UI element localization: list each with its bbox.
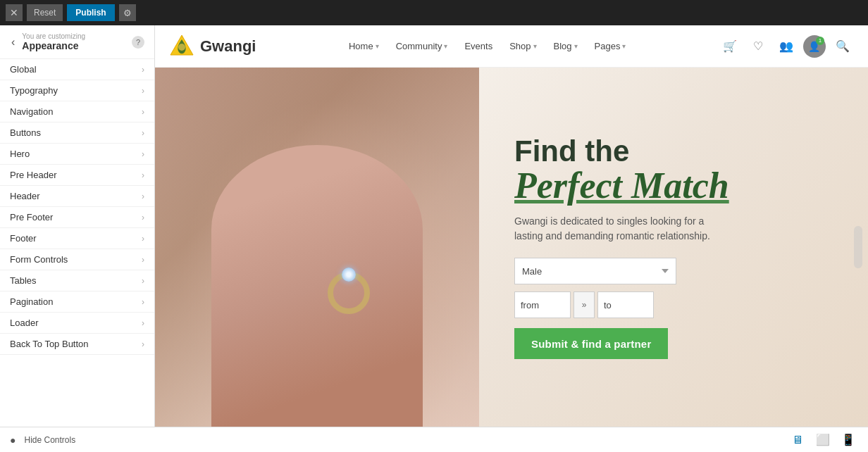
hide-controls-label[interactable]: Hide Controls bbox=[24, 435, 75, 445]
sidebar-item-label: Buttons bbox=[10, 127, 41, 138]
chevron-right-icon: › bbox=[142, 255, 144, 265]
sidebar: ‹ You are customizing Appearance ? Globa… bbox=[0, 25, 155, 427]
favorites-button[interactable]: ♡ bbox=[747, 35, 769, 58]
hero-description: Gwangi is dedicated to singles looking f… bbox=[514, 214, 733, 244]
sidebar-item-hero[interactable]: Hero› bbox=[0, 144, 154, 165]
hero-find-text: Find the bbox=[514, 135, 733, 168]
sidebar-item-label: Back To Top Button bbox=[10, 339, 89, 349]
chevron-right-icon: › bbox=[142, 234, 144, 244]
site-nav: Home ▾ Community ▾ Events Shop ▾ Blog ▾ … bbox=[342, 37, 633, 56]
nav-blog[interactable]: Blog ▾ bbox=[547, 37, 585, 56]
age-from-select[interactable]: from bbox=[514, 291, 571, 318]
submit-button[interactable]: Submit & find a partner bbox=[514, 328, 668, 359]
close-button[interactable]: ✕ bbox=[6, 4, 23, 21]
sidebar-item-buttons[interactable]: Buttons› bbox=[0, 123, 154, 144]
chevron-right-icon: › bbox=[142, 86, 144, 96]
hero-form: Male Female Any from » to bbox=[514, 258, 733, 359]
sidebar-item-label: Header bbox=[10, 191, 40, 201]
sidebar-item-label: Form Controls bbox=[10, 254, 68, 265]
chevron-down-icon: ▾ bbox=[574, 42, 578, 50]
chevron-down-icon: ▾ bbox=[533, 42, 537, 50]
sidebar-item-label: Global bbox=[10, 64, 37, 75]
sidebar-item-label: Pagination bbox=[10, 296, 53, 307]
nav-shop[interactable]: Shop ▾ bbox=[502, 37, 543, 56]
logo-name: Gwangi bbox=[200, 37, 256, 56]
cart-button[interactable]: 🛒 bbox=[719, 35, 741, 58]
chevron-down-icon: ▾ bbox=[622, 42, 626, 50]
site-logo[interactable]: Gwangi bbox=[169, 34, 256, 59]
sidebar-item-label: Tables bbox=[10, 275, 37, 286]
gear-icon[interactable]: ⚙ bbox=[119, 4, 136, 21]
sidebar-title-block: You are customizing Appearance bbox=[22, 32, 126, 51]
sidebar-item-back-to-top-button[interactable]: Back To Top Button› bbox=[0, 334, 154, 355]
sidebar-item-label: Hero bbox=[10, 149, 30, 159]
gender-select[interactable]: Male Female Any bbox=[514, 258, 676, 284]
scroll-indicator bbox=[854, 226, 862, 268]
chevron-right-icon: › bbox=[142, 149, 144, 159]
chevron-right-icon: › bbox=[142, 192, 144, 201]
hero-image bbox=[155, 68, 479, 427]
site-header: Gwangi Home ▾ Community ▾ Events Shop ▾ … bbox=[155, 25, 868, 68]
sidebar-item-global[interactable]: Global› bbox=[0, 59, 154, 80]
nav-home[interactable]: Home ▾ bbox=[342, 37, 386, 56]
main-layout: ‹ You are customizing Appearance ? Globa… bbox=[0, 25, 868, 427]
profile-button[interactable]: 👤 1 bbox=[803, 35, 826, 58]
sidebar-item-typography[interactable]: Typography› bbox=[0, 80, 154, 101]
chevron-right-icon: › bbox=[142, 213, 144, 222]
bottom-icons: 🖥 ⬜ 📱 bbox=[788, 430, 858, 450]
hide-controls-toggle[interactable]: ● bbox=[10, 434, 16, 446]
customizing-label: You are customizing bbox=[22, 32, 126, 40]
age-to-select[interactable]: to bbox=[597, 291, 654, 318]
appearance-label: Appearance bbox=[22, 40, 126, 51]
bottom-bar: ● Hide Controls 🖥 ⬜ 📱 bbox=[0, 427, 868, 452]
age-range-row: from » to bbox=[514, 291, 733, 318]
hand-simulation bbox=[211, 145, 423, 427]
friends-button[interactable]: 👥 bbox=[775, 35, 798, 58]
nav-pages[interactable]: Pages ▾ bbox=[588, 37, 633, 56]
nav-events[interactable]: Events bbox=[457, 37, 500, 56]
publish-button[interactable]: Publish bbox=[67, 4, 114, 21]
chevron-right-icon: › bbox=[142, 65, 144, 75]
chevron-right-icon: › bbox=[142, 339, 144, 349]
notification-badge: 1 bbox=[816, 37, 824, 45]
preview-area: Gwangi Home ▾ Community ▾ Events Shop ▾ … bbox=[155, 25, 868, 427]
sidebar-item-tables[interactable]: Tables› bbox=[0, 270, 154, 291]
sidebar-item-header[interactable]: Header› bbox=[0, 186, 154, 207]
sidebar-item-label: Typography bbox=[10, 85, 58, 96]
sidebar-item-footer[interactable]: Footer› bbox=[0, 228, 154, 249]
chevron-right-icon: › bbox=[142, 318, 144, 328]
sidebar-item-pre-footer[interactable]: Pre Footer› bbox=[0, 207, 154, 228]
sidebar-item-navigation[interactable]: Navigation› bbox=[0, 101, 154, 123]
chevron-right-icon: › bbox=[142, 297, 144, 307]
chevron-down-icon: ▾ bbox=[444, 42, 447, 50]
hero-content: Find the Perfect Match Gwangi is dedicat… bbox=[479, 68, 868, 427]
sidebar-items-container: Global›Typography›Navigation›Buttons›Her… bbox=[0, 59, 154, 355]
back-button[interactable]: ‹ bbox=[10, 34, 16, 50]
desktop-view-button[interactable]: 🖥 bbox=[788, 430, 807, 450]
sidebar-item-form-controls[interactable]: Form Controls› bbox=[0, 249, 154, 270]
sidebar-item-label: Loader bbox=[10, 318, 38, 328]
hero-section: Find the Perfect Match Gwangi is dedicat… bbox=[155, 68, 868, 427]
age-arrow-icon: » bbox=[574, 291, 595, 318]
svg-point-1 bbox=[178, 44, 185, 51]
chevron-right-icon: › bbox=[142, 276, 144, 286]
sidebar-item-label: Pre Header bbox=[10, 170, 56, 180]
chevron-down-icon: ▾ bbox=[376, 42, 379, 50]
sidebar-item-loader[interactable]: Loader› bbox=[0, 313, 154, 334]
chevron-right-icon: › bbox=[142, 170, 144, 180]
mobile-view-button[interactable]: 📱 bbox=[838, 430, 858, 450]
help-button[interactable]: ? bbox=[132, 36, 144, 49]
reset-button[interactable]: Reset bbox=[27, 4, 63, 21]
top-bar: ✕ Reset Publish ⚙ bbox=[0, 0, 868, 25]
sidebar-item-label: Footer bbox=[10, 233, 37, 244]
sidebar-item-pre-header[interactable]: Pre Header› bbox=[0, 165, 154, 186]
nav-icons: 🛒 ♡ 👥 👤 1 🔍 bbox=[719, 35, 854, 58]
search-button[interactable]: 🔍 bbox=[831, 35, 854, 58]
nav-community[interactable]: Community ▾ bbox=[389, 37, 455, 56]
logo-icon bbox=[169, 34, 194, 59]
diamond-simulation bbox=[342, 268, 356, 282]
chevron-right-icon: › bbox=[142, 107, 144, 117]
sidebar-item-pagination[interactable]: Pagination› bbox=[0, 291, 154, 313]
sidebar-item-label: Navigation bbox=[10, 106, 53, 117]
tablet-view-button[interactable]: ⬜ bbox=[813, 430, 833, 450]
